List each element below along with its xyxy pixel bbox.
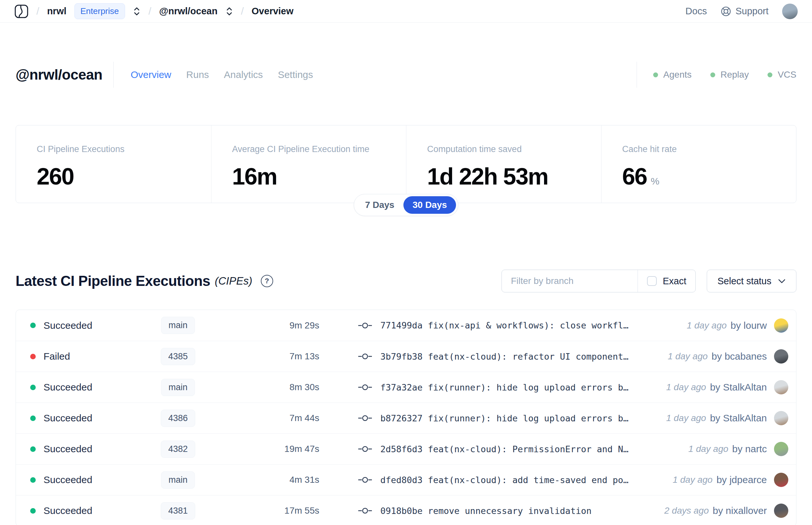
cipe-row[interactable]: Succeeded 4386 7m 44s b8726327 fix(runne… bbox=[16, 403, 796, 433]
stat-value: 260 bbox=[37, 165, 74, 188]
exact-checkbox[interactable] bbox=[647, 276, 657, 286]
meta-cell: 1 day ago by StalkAltan bbox=[666, 380, 788, 394]
cipe-row[interactable]: Succeeded main 8m 30s f37a32ae fix(runne… bbox=[16, 372, 796, 403]
breadcrumb-page: Overview bbox=[252, 6, 294, 17]
status-cell: Succeeded bbox=[30, 505, 141, 516]
date-range-toggle: 7 Days 30 Days bbox=[354, 194, 458, 216]
cipe-row[interactable]: Succeeded main 4m 31s dfed80d3 feat(nx-c… bbox=[16, 464, 796, 495]
tab-analytics[interactable]: Analytics bbox=[224, 69, 263, 80]
stat-value: 66 bbox=[622, 165, 647, 188]
status-dot-icon bbox=[710, 73, 715, 77]
tab-settings[interactable]: Settings bbox=[278, 69, 313, 80]
exact-toggle: Exact bbox=[638, 276, 695, 287]
branch-badge: main bbox=[161, 317, 195, 334]
main-content: @nrwl/ocean Overview Runs Analytics Sett… bbox=[0, 62, 812, 525]
exact-label: Exact bbox=[663, 276, 686, 287]
duration-cell: 17m 55s bbox=[215, 506, 319, 516]
stat-average-execution-time: Average CI Pipeline Execution time 16m bbox=[211, 125, 406, 203]
tab-runs[interactable]: Runs bbox=[186, 69, 209, 80]
workspace-switcher-chevron-icon[interactable] bbox=[226, 6, 233, 16]
feature-replay-label: Replay bbox=[720, 70, 749, 80]
topbar: / nrwl Enterprise / @nrwl/ocean / Overvi… bbox=[0, 0, 812, 23]
git-commit-icon bbox=[358, 322, 372, 329]
help-icon[interactable]: ? bbox=[261, 275, 273, 287]
breadcrumb-separator: / bbox=[241, 5, 244, 17]
breadcrumb-workspace[interactable]: @nrwl/ocean bbox=[159, 6, 218, 17]
cipe-row[interactable]: Failed 4385 7m 13s 3b79fb38 feat(nx-clou… bbox=[16, 341, 796, 372]
branch-cell: 4386 bbox=[141, 410, 215, 427]
tab-overview[interactable]: Overview bbox=[131, 69, 171, 80]
author-avatar bbox=[774, 442, 788, 456]
support-label: Support bbox=[735, 6, 768, 17]
support-link[interactable]: Support bbox=[720, 6, 768, 17]
status-cell: Failed bbox=[30, 351, 141, 362]
status-label: Succeeded bbox=[44, 505, 92, 516]
duration-cell: 7m 13s bbox=[215, 351, 319, 362]
topbar-right: Docs Support bbox=[685, 3, 798, 19]
branch-cell: main bbox=[141, 317, 215, 334]
user-avatar[interactable] bbox=[782, 3, 798, 19]
branch-cell: 4382 bbox=[141, 440, 215, 458]
feature-agents-label: Agents bbox=[663, 70, 691, 80]
status-dot-icon bbox=[30, 322, 36, 328]
cipe-controls: Exact Select status bbox=[502, 270, 796, 292]
duration-cell: 7m 44s bbox=[215, 413, 319, 423]
branch-badge: main bbox=[161, 471, 195, 489]
author-avatar bbox=[774, 473, 788, 487]
author-avatar bbox=[774, 504, 788, 518]
meta-cell: 1 day ago by nartc bbox=[688, 442, 788, 456]
stat-value: 1d 22h 53m bbox=[427, 165, 548, 188]
status-cell: Succeeded bbox=[30, 444, 141, 454]
author-avatar bbox=[774, 349, 788, 363]
duration-cell: 19m 47s bbox=[215, 444, 319, 454]
breadcrumb-org[interactable]: nrwl bbox=[47, 6, 66, 17]
workspace-header: @nrwl/ocean Overview Runs Analytics Sett… bbox=[16, 62, 796, 88]
branch-cell: 4385 bbox=[141, 348, 215, 365]
status-label: Succeeded bbox=[44, 382, 92, 393]
commit-message: dfed80d3 feat(nx-cloud): add time-saved … bbox=[380, 475, 628, 485]
git-commit-icon bbox=[358, 353, 372, 360]
select-status-button[interactable]: Select status bbox=[707, 270, 796, 292]
cipe-row[interactable]: Succeeded 4382 19m 47s 2d58f6d3 feat(nx-… bbox=[16, 433, 796, 464]
stats-section: CI Pipeline Executions 260 Average CI Pi… bbox=[16, 125, 796, 216]
commit-cell: 3b79fb38 feat(nx-cloud): refactor UI com… bbox=[319, 351, 668, 362]
author-avatar bbox=[774, 380, 788, 394]
status-dot-icon bbox=[30, 354, 36, 359]
commit-message: f37a32ae fix(runner): hide log upload er… bbox=[380, 382, 628, 392]
nx-cloud-logo-icon[interactable] bbox=[14, 4, 29, 18]
org-switcher-chevron-icon[interactable] bbox=[133, 6, 141, 16]
cipe-table: Succeeded main 9m 29s 771499da fix(nx-ap… bbox=[16, 310, 796, 525]
branch-badge: 4386 bbox=[161, 410, 195, 427]
feature-vcs[interactable]: VCS bbox=[767, 70, 796, 80]
cipe-row[interactable]: Succeeded main 9m 29s 771499da fix(nx-ap… bbox=[16, 310, 796, 341]
commit-cell: f37a32ae fix(runner): hide log upload er… bbox=[319, 382, 666, 392]
branch-badge: main bbox=[161, 379, 195, 396]
branch-badge: 4385 bbox=[161, 348, 195, 365]
docs-link[interactable]: Docs bbox=[685, 6, 707, 17]
lifebuoy-icon bbox=[720, 6, 732, 17]
duration-cell: 8m 30s bbox=[215, 382, 319, 392]
meta-cell: 1 day ago by StalkAltan bbox=[666, 411, 788, 425]
author: by lourw bbox=[731, 320, 767, 331]
branch-filter-input[interactable] bbox=[502, 276, 638, 286]
divider bbox=[637, 62, 637, 88]
time-ago: 1 day ago bbox=[687, 320, 726, 331]
range-30-days-button[interactable]: 30 Days bbox=[403, 196, 456, 214]
meta-cell: 1 day ago by lourw bbox=[687, 318, 788, 333]
feature-replay[interactable]: Replay bbox=[710, 70, 749, 80]
commit-cell: 2d58f6d3 feat(nx-cloud): PermissionError… bbox=[319, 444, 688, 454]
branch-badge: 4382 bbox=[161, 440, 195, 458]
cipe-row[interactable]: Succeeded 4381 17m 55s 0918b0be remove u… bbox=[16, 495, 796, 525]
duration-cell: 4m 31s bbox=[215, 475, 319, 485]
feature-agents[interactable]: Agents bbox=[653, 70, 691, 80]
commit-cell: dfed80d3 feat(nx-cloud): add time-saved … bbox=[319, 475, 673, 485]
workspace-title: @nrwl/ocean bbox=[16, 66, 102, 83]
author: by StalkAltan bbox=[710, 412, 767, 424]
cipe-section-header: Latest CI Pipeline Executions (CIPEs) ? … bbox=[16, 270, 796, 292]
branch-badge: 4381 bbox=[161, 502, 195, 520]
select-status-label: Select status bbox=[718, 276, 771, 287]
range-7-days-button[interactable]: 7 Days bbox=[356, 196, 403, 214]
author: by bcabanes bbox=[711, 351, 767, 362]
cipe-title: Latest CI Pipeline Executions bbox=[16, 273, 210, 289]
stat-label: CI Pipeline Executions bbox=[37, 145, 211, 154]
